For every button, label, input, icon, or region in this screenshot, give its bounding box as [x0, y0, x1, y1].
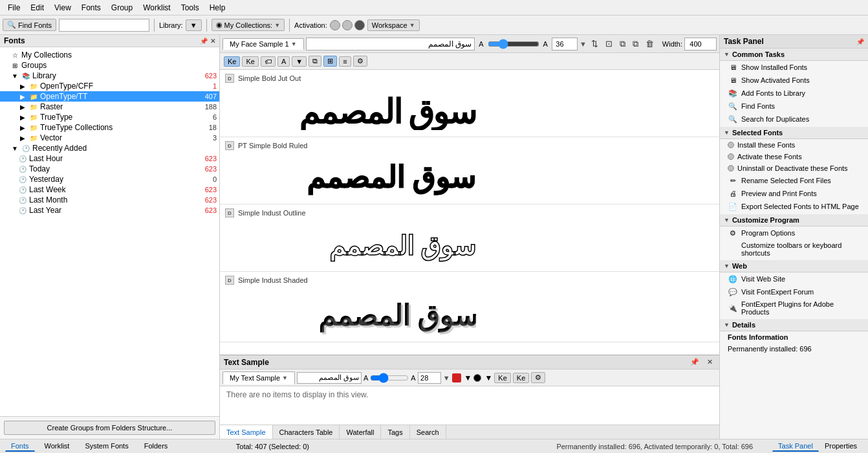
tree-item-yesterday[interactable]: 🕐 Yesterday 0 [0, 174, 219, 184]
text-sample-slider[interactable] [370, 373, 409, 383]
task-find-fonts[interactable]: 🔍 Find Fonts [720, 100, 868, 113]
task-section-customize-header[interactable]: ▼ Customize Program [720, 214, 868, 226]
tree-item-truetype[interactable]: ▶ 📁 TrueType 6 [0, 112, 219, 122]
find-fonts-button[interactable]: 🔍 Find Fonts [3, 19, 56, 31]
task-adobe-plugins[interactable]: 🔌 FontExpert Plugins for Adobe Products [720, 298, 868, 318]
task-show-installed[interactable]: 🖥 Show Installed Fonts [720, 61, 868, 74]
view-mode-ke[interactable]: Ke [224, 56, 240, 67]
activation-circle-1[interactable] [330, 20, 340, 30]
tree-item-opentype-cff[interactable]: ▶ 📁 OpenType/CFF 1 [0, 81, 219, 91]
text-color-swatch[interactable] [452, 373, 461, 382]
task-preview-print[interactable]: 🖨 Preview and Print Fonts [720, 187, 868, 200]
status-tab-folders[interactable]: Folders [138, 441, 174, 452]
preview-text-input[interactable] [306, 38, 475, 50]
status-tab-task-panel[interactable]: Task Panel [772, 441, 819, 452]
tree-item-opentype-tt[interactable]: ▶ 📁 OpenType/TT 407 [0, 91, 219, 102]
text-sample-input[interactable] [297, 372, 362, 384]
text-sample-tab[interactable]: My Text Sample ▼ [222, 371, 295, 384]
font-size-input[interactable] [552, 38, 578, 50]
menu-edit[interactable]: Edit [25, 2, 49, 14]
task-export-html[interactable]: 📄 Export Selected Fonts to HTML Page [720, 200, 868, 213]
delete-btn[interactable]: 🗑 [643, 38, 656, 49]
tab-waterfall[interactable]: Waterfall [340, 425, 381, 439]
text-sample-pin-button[interactable]: 📌 [688, 357, 702, 367]
text-sample-close-button[interactable]: ✕ [704, 357, 715, 367]
tree-item-truetype-coll[interactable]: ▶ 📁 TrueType Collections 18 [0, 122, 219, 133]
task-search-duplicates[interactable]: 🔍 Search for Duplicates [720, 113, 868, 126]
bg-color-circle[interactable] [473, 374, 481, 382]
tree-item-my-collections[interactable]: ☆ My Collections [0, 50, 219, 60]
task-panel-pin-btn[interactable]: 📌 [856, 38, 864, 45]
tab-characters-table[interactable]: Characters Table [273, 425, 340, 439]
tree-item-recently-added[interactable]: ▼ 🕐 Recently Added [0, 143, 219, 153]
preview-tab-main[interactable]: My Face Sample 1 ▼ [222, 38, 304, 50]
tree-item-groups[interactable]: ⊞ Groups [0, 60, 219, 71]
status-tab-fonts[interactable]: Fonts [5, 441, 35, 452]
my-collections-button[interactable]: ◉ My Collections: ▼ [212, 19, 285, 31]
status-tab-system-fonts[interactable]: System Fonts [79, 441, 134, 452]
arabic-preview-svg-1: سوق المصمم [230, 88, 476, 130]
ts-settings-btn[interactable]: ⚙ [531, 372, 545, 383]
task-section-common-header[interactable]: ▼ Common Tasks [720, 49, 868, 61]
sort-button[interactable]: ⇅ [589, 38, 601, 49]
task-customize-toolbars[interactable]: Customize toolbars or keyboard shortcuts [720, 239, 868, 259]
settings-button[interactable]: ⚙ [353, 56, 367, 67]
tree-item-today[interactable]: 🕐 Today 623 [0, 164, 219, 174]
tree-item-library[interactable]: ▼ 📚 Library 623 [0, 71, 219, 81]
menu-worklist[interactable]: Worklist [138, 2, 175, 14]
create-groups-button[interactable]: Create Groups from Folders Structure... [4, 421, 215, 435]
task-section-selected-header[interactable]: ▼ Selected Fonts [720, 127, 868, 139]
tree-item-last-week[interactable]: 🕐 Last Week 623 [0, 184, 219, 195]
text-sample-size-input[interactable] [418, 372, 441, 384]
menu-tools[interactable]: Tools [176, 2, 204, 14]
tree-item-last-year[interactable]: 🕐 Last Year 623 [0, 205, 219, 215]
activation-circle-2[interactable] [342, 20, 353, 30]
tab-text-sample[interactable]: Text Sample [220, 425, 273, 439]
task-section-web-header[interactable]: ▼ Web [720, 260, 868, 272]
menu-file[interactable]: File [3, 2, 25, 14]
aa-button[interactable]: A [277, 56, 290, 67]
width-input[interactable] [684, 38, 717, 50]
compare-button[interactable]: ⧉ [309, 56, 321, 67]
font-copy-btn[interactable]: ⧉ [630, 38, 641, 50]
circle-install [728, 142, 734, 148]
menu-view[interactable]: View [49, 2, 76, 14]
task-visit-web[interactable]: 🌐 Visit Web Site [720, 272, 868, 285]
ts-ke2-btn[interactable]: Ke [513, 373, 529, 383]
copy-btn[interactable]: ⧉ [617, 38, 628, 50]
tree-item-last-hour[interactable]: 🕐 Last Hour 623 [0, 153, 219, 164]
filter-button[interactable]: ▼ [292, 56, 307, 67]
tree-item-last-month[interactable]: 🕐 Last Month 623 [0, 195, 219, 205]
tag-button[interactable]: 🏷 [261, 56, 276, 67]
task-visit-forum[interactable]: 💬 Visit FontExpert Forum [720, 285, 868, 298]
menu-group[interactable]: Group [106, 2, 138, 14]
menu-help[interactable]: Help [204, 2, 231, 14]
task-uninstall-fonts[interactable]: Uninstall or Deactivate these Fonts [720, 162, 868, 174]
workspace-button[interactable]: Workspace ▼ [367, 19, 420, 31]
task-activate-fonts[interactable]: Activate these Fonts [720, 151, 868, 162]
task-rename-fonts[interactable]: ✏ Rename Selected Font Files [720, 174, 868, 187]
activation-circle-3[interactable] [354, 20, 365, 30]
search-input[interactable] [59, 19, 149, 32]
task-install-fonts[interactable]: Install these Fonts [720, 139, 868, 151]
tab-tags[interactable]: Tags [381, 425, 409, 439]
task-section-details-header[interactable]: ▼ Details [720, 319, 868, 331]
font-size-slider[interactable] [488, 39, 539, 49]
ts-ke-btn[interactable]: Ke [494, 373, 510, 383]
view-mode-text[interactable]: Ke [242, 56, 258, 67]
grid-button[interactable]: ⊞ [323, 56, 337, 67]
tree-item-vector[interactable]: ▶ 📁 Vector 3 [0, 133, 219, 143]
task-show-activated[interactable]: 🖥 Show Activated Fonts [720, 74, 868, 87]
panel-close-button[interactable]: ✕ [210, 38, 215, 45]
task-program-options[interactable]: ⚙ Program Options [720, 226, 868, 239]
library-dropdown[interactable]: ▼ [186, 19, 202, 31]
menu-fonts[interactable]: Fonts [76, 2, 106, 14]
panel-pin-button[interactable]: 📌 [200, 38, 208, 45]
tree-item-raster[interactable]: ▶ 📁 Raster 188 [0, 102, 219, 112]
status-tab-worklist[interactable]: Worklist [39, 441, 76, 452]
status-tab-properties[interactable]: Properties [819, 441, 863, 452]
list-button[interactable]: ≡ [339, 56, 351, 67]
view-btn-1[interactable]: ⊡ [603, 38, 615, 49]
task-add-fonts[interactable]: 📚 Add Fonts to Library [720, 87, 868, 100]
tab-search[interactable]: Search [410, 425, 446, 439]
